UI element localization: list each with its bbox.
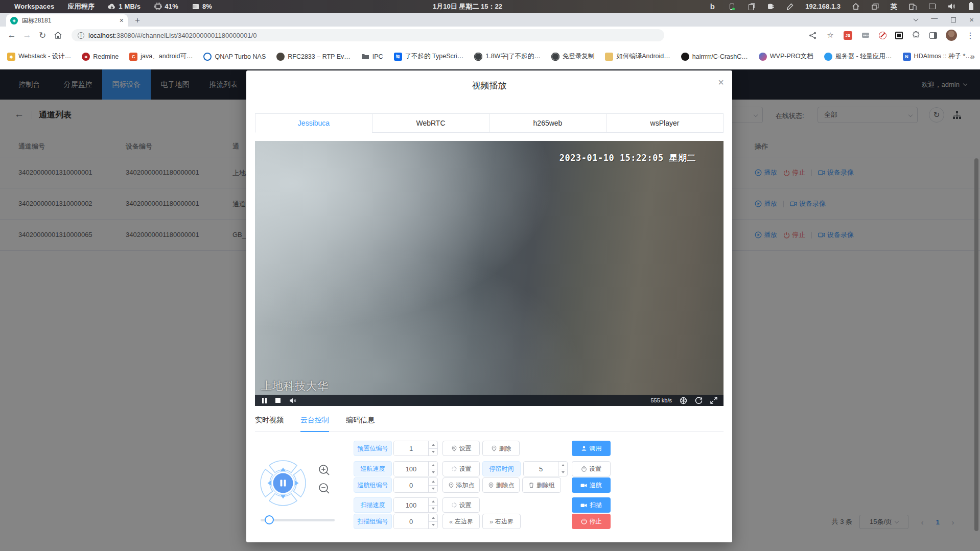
dialog-close-icon[interactable]: × — [718, 77, 724, 88]
bookmark-webstack[interactable]: ◆Webstack - 设计… — [7, 52, 71, 61]
tab-ptz-control[interactable]: 云台控制 — [300, 416, 329, 432]
reload-icon[interactable]: ↻ — [35, 30, 50, 41]
browser-menu-icon[interactable]: ⋮ — [966, 31, 975, 40]
stop-icon[interactable] — [275, 398, 281, 403]
tab-codec-info[interactable]: 编码信息 — [346, 416, 375, 432]
ptz-stop-button[interactable]: 停止 — [572, 514, 611, 529]
address-bar[interactable]: i localhost:38080/#/channelList/34020000… — [72, 29, 664, 41]
cup-tray-icon[interactable] — [766, 3, 775, 11]
ime-indicator[interactable]: 英 — [891, 2, 897, 11]
browser-home-icon[interactable] — [50, 31, 65, 39]
stay-time-set-button[interactable]: 设置 — [572, 461, 611, 476]
profile-avatar[interactable] — [946, 30, 957, 41]
window-restore-icon[interactable] — [951, 17, 956, 22]
scan-group-input[interactable] — [393, 514, 438, 529]
browser-tab[interactable]: ◈ 国标28181 × — [6, 14, 128, 27]
display-tray-icon[interactable] — [928, 3, 936, 11]
window-close-icon[interactable]: × — [969, 15, 974, 24]
bookmark-ipc[interactable]: IPC — [361, 53, 383, 61]
window-minimize-icon[interactable]: — — [931, 14, 938, 22]
number-stepper[interactable] — [428, 462, 437, 476]
device-tray-icon[interactable] — [908, 3, 917, 11]
applications-menu[interactable]: 应用程序 — [67, 2, 95, 11]
zoom-in-button[interactable] — [318, 464, 331, 477]
bookmark-rfc2833[interactable]: RFC2833 – RTP Ev… — [276, 53, 351, 61]
delete-group-button[interactable]: 删除组 — [522, 477, 561, 493]
extensions-puzzle-icon[interactable] — [912, 31, 921, 40]
right-boundary-button[interactable]: »右边界 — [482, 514, 521, 529]
password-extension-icon[interactable] — [861, 31, 870, 40]
forward-icon[interactable]: → — [19, 30, 35, 40]
blocker-extension-icon[interactable] — [879, 32, 886, 39]
share-icon[interactable] — [808, 31, 817, 40]
cruise-group-input[interactable] — [393, 477, 438, 493]
preset-call-button[interactable]: 调用 — [572, 441, 611, 456]
copy-tray-icon[interactable] — [747, 3, 755, 11]
ip-address[interactable]: 192.168.1.3 — [805, 3, 841, 10]
pen-tray-icon[interactable] — [786, 3, 794, 11]
number-stepper[interactable] — [558, 462, 567, 476]
bookmark-java-android[interactable]: Cjava、android可… — [129, 52, 193, 61]
bookmark-hdatmos[interactable]: NHDAtmos :: 种子 *… — [903, 52, 972, 61]
bookmark-wvp-doc[interactable]: WVP-PRO文档 — [759, 52, 813, 61]
left-boundary-button[interactable]: «左边界 — [442, 514, 480, 529]
ptz-direction-pad[interactable] — [260, 460, 307, 507]
scan-speed-input[interactable] — [393, 497, 438, 513]
cruise-start-button[interactable]: 巡航 — [572, 477, 611, 493]
preset-delete-button[interactable]: 删除 — [482, 441, 520, 456]
home-tray-icon[interactable] — [852, 3, 860, 11]
slider-thumb[interactable] — [265, 515, 274, 524]
tab-live-video[interactable]: 实时视频 — [255, 416, 284, 432]
number-stepper[interactable] — [428, 498, 437, 512]
volume-tray-icon[interactable] — [947, 3, 955, 11]
tab-close-icon[interactable]: × — [120, 17, 124, 24]
cruise-speed-input[interactable] — [393, 461, 438, 476]
new-tab-button[interactable]: + — [132, 15, 143, 26]
preset-set-button[interactable]: 设置 — [442, 441, 480, 456]
tab-h265web[interactable]: h265web — [489, 113, 606, 133]
mute-icon[interactable] — [289, 397, 297, 404]
tab-wsplayer[interactable]: wsPlayer — [606, 113, 724, 133]
tab-search-chevron-icon[interactable] — [914, 16, 919, 21]
back-icon[interactable]: ← — [4, 30, 19, 40]
stay-time-input[interactable] — [523, 461, 568, 476]
bookmark-redmine[interactable]: ⠶Redmine — [82, 53, 119, 61]
number-stepper[interactable] — [428, 441, 437, 456]
bookmarks-overflow-icon[interactable]: » — [970, 52, 975, 61]
zoom-out-button[interactable] — [318, 482, 331, 495]
browser-toolbar: ← → ↻ i localhost:38080/#/channelList/34… — [0, 27, 980, 44]
workspaces-button[interactable]: Workspaces — [14, 3, 54, 10]
fullscreen-icon[interactable] — [710, 397, 717, 404]
video-player[interactable]: 2023-01-10 15:22:05 星期二 上地科技大华 555 kb/s — [255, 141, 724, 406]
side-panel-icon[interactable] — [929, 32, 937, 39]
js-extension-icon[interactable]: JS — [844, 31, 852, 40]
bookmark-github-crash[interactable]: hairrrrr/C-CrashC… — [681, 53, 748, 61]
clipboard-tray-icon[interactable] — [728, 3, 736, 11]
clock[interactable]: 1月10日 星期二 15：22 — [404, 2, 531, 11]
scan-speed-set-button[interactable]: 设置 — [442, 497, 480, 513]
player-refresh-icon[interactable] — [695, 397, 703, 404]
pause-icon[interactable] — [262, 398, 267, 403]
bookmark-star-icon[interactable]: ☆ — [826, 31, 835, 40]
number-stepper[interactable] — [428, 478, 437, 492]
tab-jessibuca[interactable]: Jessibuca — [255, 113, 372, 133]
tab-webrtc[interactable]: WebRTC — [372, 113, 489, 133]
bookmark-qnap[interactable]: QNAP Turbo NAS — [203, 53, 266, 61]
ptz-speed-slider[interactable] — [261, 519, 335, 521]
scan-start-button[interactable]: 扫描 — [572, 497, 611, 513]
bookmark-typescript[interactable]: 知了不起的 TypeScri… — [394, 52, 464, 61]
player-settings-icon[interactable] — [680, 397, 687, 404]
add-point-button[interactable]: 添加点 — [442, 477, 480, 493]
bing-tray-icon[interactable]: b — [708, 3, 716, 11]
site-info-icon[interactable]: i — [78, 32, 84, 39]
bookmark-server[interactable]: 服务器 - 轻量应用… — [824, 52, 892, 61]
cruise-speed-set-button[interactable]: 设置 — [442, 461, 480, 476]
bookmark-copy-free[interactable]: 免登录复制 — [551, 52, 595, 61]
number-stepper[interactable] — [428, 514, 437, 529]
preset-number-input[interactable] — [393, 441, 438, 456]
bookmark-compile-android[interactable]: 如何编译Android… — [605, 52, 670, 61]
delete-point-button[interactable]: 删除点 — [482, 477, 520, 493]
windows-tray-icon[interactable] — [871, 3, 879, 11]
bookmark-18w[interactable]: 1.8W字|了不起的… — [474, 52, 540, 61]
dark-extension-icon[interactable] — [895, 32, 903, 39]
